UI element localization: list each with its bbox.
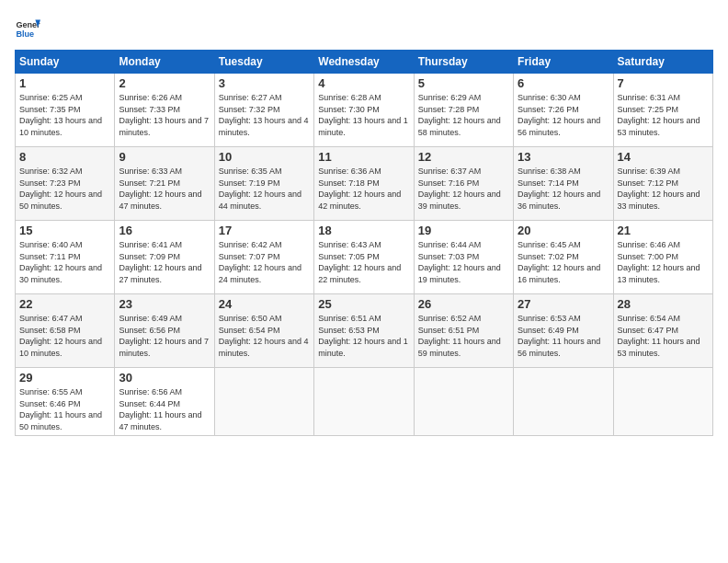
- cell-info: Sunrise: 6:30 AMSunset: 7:26 PMDaylight:…: [518, 92, 609, 138]
- calendar-cell: 1Sunrise: 6:25 AMSunset: 7:35 PMDaylight…: [16, 74, 115, 147]
- day-number: 14: [618, 150, 709, 164]
- col-header-sunday: Sunday: [16, 51, 115, 74]
- calendar-cell: 7Sunrise: 6:31 AMSunset: 7:25 PMDaylight…: [613, 74, 712, 147]
- day-number: 22: [19, 297, 110, 311]
- day-number: 21: [618, 224, 709, 237]
- col-header-wednesday: Wednesday: [314, 51, 414, 74]
- cell-info: Sunrise: 6:31 AMSunset: 7:25 PMDaylight:…: [618, 92, 709, 138]
- logo: General Blue: [15, 15, 40, 40]
- day-number: 18: [318, 224, 409, 237]
- calendar-cell: 3Sunrise: 6:27 AMSunset: 7:32 PMDaylight…: [214, 74, 313, 147]
- col-header-friday: Friday: [514, 51, 613, 74]
- calendar-cell: 8Sunrise: 6:32 AMSunset: 7:23 PMDaylight…: [16, 147, 115, 221]
- day-number: 4: [318, 76, 409, 90]
- calendar-cell: 11Sunrise: 6:36 AMSunset: 7:18 PMDayligh…: [314, 147, 414, 221]
- day-number: 17: [219, 224, 310, 237]
- day-number: 10: [219, 150, 310, 164]
- calendar-cell: 27Sunrise: 6:53 AMSunset: 6:49 PMDayligh…: [514, 294, 613, 368]
- calendar-cell: [514, 368, 613, 436]
- day-number: 1: [19, 76, 110, 90]
- calendar-cell: 9Sunrise: 6:33 AMSunset: 7:21 PMDaylight…: [115, 147, 214, 221]
- day-number: 3: [219, 76, 310, 90]
- cell-info: Sunrise: 6:50 AMSunset: 6:54 PMDaylight:…: [219, 313, 310, 359]
- cell-info: Sunrise: 6:46 AMSunset: 7:00 PMDaylight:…: [618, 239, 709, 285]
- day-number: 27: [518, 297, 609, 311]
- day-number: 5: [418, 76, 509, 90]
- calendar-cell: 26Sunrise: 6:52 AMSunset: 6:51 PMDayligh…: [414, 294, 513, 368]
- calendar-cell: 13Sunrise: 6:38 AMSunset: 7:14 PMDayligh…: [514, 147, 613, 221]
- col-header-thursday: Thursday: [414, 51, 513, 74]
- cell-info: Sunrise: 6:56 AMSunset: 6:44 PMDaylight:…: [119, 386, 210, 432]
- cell-info: Sunrise: 6:40 AMSunset: 7:11 PMDaylight:…: [19, 239, 110, 285]
- day-number: 11: [318, 150, 409, 164]
- cell-info: Sunrise: 6:51 AMSunset: 6:53 PMDaylight:…: [318, 313, 409, 359]
- day-number: 19: [418, 224, 509, 237]
- cell-info: Sunrise: 6:49 AMSunset: 6:56 PMDaylight:…: [119, 313, 210, 359]
- cell-info: Sunrise: 6:29 AMSunset: 7:28 PMDaylight:…: [418, 92, 509, 138]
- day-number: 13: [518, 150, 609, 164]
- calendar-cell: 18Sunrise: 6:43 AMSunset: 7:05 PMDayligh…: [314, 221, 414, 294]
- cell-info: Sunrise: 6:47 AMSunset: 6:58 PMDaylight:…: [19, 313, 110, 359]
- calendar-cell: 25Sunrise: 6:51 AMSunset: 6:53 PMDayligh…: [314, 294, 414, 368]
- cell-info: Sunrise: 6:33 AMSunset: 7:21 PMDaylight:…: [119, 166, 210, 212]
- day-number: 6: [518, 76, 609, 90]
- calendar-cell: 21Sunrise: 6:46 AMSunset: 7:00 PMDayligh…: [613, 221, 712, 294]
- cell-info: Sunrise: 6:54 AMSunset: 6:47 PMDaylight:…: [618, 313, 709, 359]
- cell-info: Sunrise: 6:37 AMSunset: 7:16 PMDaylight:…: [418, 166, 509, 212]
- calendar-table: SundayMondayTuesdayWednesdayThursdayFrid…: [15, 50, 713, 436]
- day-number: 29: [19, 371, 110, 385]
- calendar-cell: 15Sunrise: 6:40 AMSunset: 7:11 PMDayligh…: [16, 221, 115, 294]
- col-header-monday: Monday: [115, 51, 214, 74]
- calendar-cell: 4Sunrise: 6:28 AMSunset: 7:30 PMDaylight…: [314, 74, 414, 147]
- cell-info: Sunrise: 6:53 AMSunset: 6:49 PMDaylight:…: [518, 313, 609, 359]
- calendar-cell: [613, 368, 712, 436]
- cell-info: Sunrise: 6:55 AMSunset: 6:46 PMDaylight:…: [19, 386, 110, 432]
- calendar-cell: 12Sunrise: 6:37 AMSunset: 7:16 PMDayligh…: [414, 147, 513, 221]
- calendar-cell: [314, 368, 414, 436]
- calendar-cell: 30Sunrise: 6:56 AMSunset: 6:44 PMDayligh…: [115, 368, 214, 436]
- day-number: 16: [119, 224, 210, 237]
- day-number: 2: [119, 76, 210, 90]
- cell-info: Sunrise: 6:36 AMSunset: 7:18 PMDaylight:…: [318, 166, 409, 212]
- day-number: 15: [19, 224, 110, 237]
- day-number: 23: [119, 297, 210, 311]
- calendar-cell: [214, 368, 313, 436]
- calendar-cell: 14Sunrise: 6:39 AMSunset: 7:12 PMDayligh…: [613, 147, 712, 221]
- cell-info: Sunrise: 6:43 AMSunset: 7:05 PMDaylight:…: [318, 239, 409, 285]
- calendar-cell: 6Sunrise: 6:30 AMSunset: 7:26 PMDaylight…: [514, 74, 613, 147]
- calendar-cell: 29Sunrise: 6:55 AMSunset: 6:46 PMDayligh…: [16, 368, 115, 436]
- cell-info: Sunrise: 6:35 AMSunset: 7:19 PMDaylight:…: [219, 166, 310, 212]
- day-number: 9: [119, 150, 210, 164]
- page-header: General Blue: [15, 15, 713, 40]
- day-number: 30: [119, 371, 210, 385]
- svg-text:Blue: Blue: [16, 29, 34, 39]
- day-number: 20: [518, 224, 609, 237]
- cell-info: Sunrise: 6:38 AMSunset: 7:14 PMDaylight:…: [518, 166, 609, 212]
- calendar-cell: 20Sunrise: 6:45 AMSunset: 7:02 PMDayligh…: [514, 221, 613, 294]
- cell-info: Sunrise: 6:27 AMSunset: 7:32 PMDaylight:…: [219, 92, 310, 138]
- logo-icon: General Blue: [15, 15, 40, 40]
- cell-info: Sunrise: 6:26 AMSunset: 7:33 PMDaylight:…: [119, 92, 210, 138]
- calendar-cell: 16Sunrise: 6:41 AMSunset: 7:09 PMDayligh…: [115, 221, 214, 294]
- cell-info: Sunrise: 6:41 AMSunset: 7:09 PMDaylight:…: [119, 239, 210, 285]
- day-number: 24: [219, 297, 310, 311]
- calendar-cell: 19Sunrise: 6:44 AMSunset: 7:03 PMDayligh…: [414, 221, 513, 294]
- calendar-cell: 17Sunrise: 6:42 AMSunset: 7:07 PMDayligh…: [214, 221, 313, 294]
- day-number: 28: [618, 297, 709, 311]
- calendar-cell: 2Sunrise: 6:26 AMSunset: 7:33 PMDaylight…: [115, 74, 214, 147]
- cell-info: Sunrise: 6:39 AMSunset: 7:12 PMDaylight:…: [618, 166, 709, 212]
- calendar-cell: 5Sunrise: 6:29 AMSunset: 7:28 PMDaylight…: [414, 74, 513, 147]
- calendar-cell: 10Sunrise: 6:35 AMSunset: 7:19 PMDayligh…: [214, 147, 313, 221]
- cell-info: Sunrise: 6:42 AMSunset: 7:07 PMDaylight:…: [219, 239, 310, 285]
- cell-info: Sunrise: 6:44 AMSunset: 7:03 PMDaylight:…: [418, 239, 509, 285]
- day-number: 8: [19, 150, 110, 164]
- cell-info: Sunrise: 6:45 AMSunset: 7:02 PMDaylight:…: [518, 239, 609, 285]
- day-number: 12: [418, 150, 509, 164]
- col-header-tuesday: Tuesday: [214, 51, 313, 74]
- calendar-cell: 24Sunrise: 6:50 AMSunset: 6:54 PMDayligh…: [214, 294, 313, 368]
- calendar-cell: 28Sunrise: 6:54 AMSunset: 6:47 PMDayligh…: [613, 294, 712, 368]
- col-header-saturday: Saturday: [613, 51, 712, 74]
- day-number: 25: [318, 297, 409, 311]
- day-number: 7: [618, 76, 709, 90]
- calendar-cell: 23Sunrise: 6:49 AMSunset: 6:56 PMDayligh…: [115, 294, 214, 368]
